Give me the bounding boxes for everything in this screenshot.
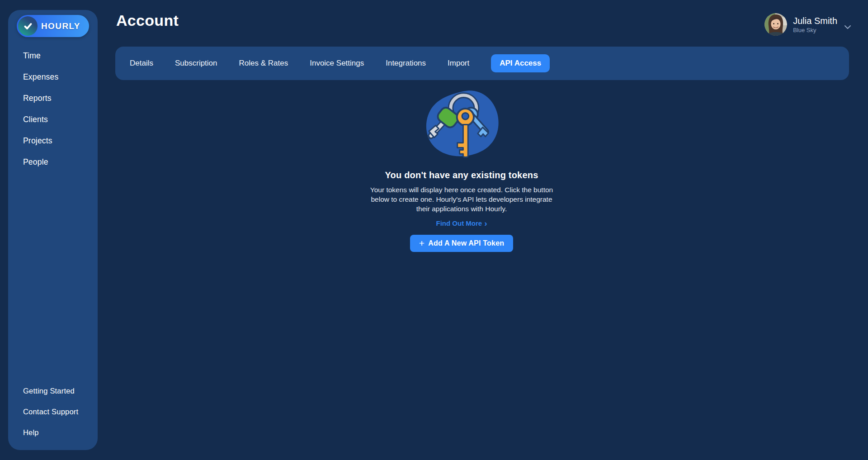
- sidebar-item-reports[interactable]: Reports: [8, 88, 98, 109]
- sidebar-item-clients[interactable]: Clients: [8, 109, 98, 130]
- user-company: Blue Sky: [793, 27, 837, 33]
- sidebar-nav: Time Expenses Reports Clients Projects P…: [8, 45, 98, 173]
- find-out-more-label: Find Out More: [436, 219, 482, 227]
- tab-invoice-settings[interactable]: Invoice Settings: [310, 59, 364, 68]
- app-logo[interactable]: HOURLY: [17, 15, 89, 37]
- api-tokens-empty-state: You don't have any existing tokens Your …: [340, 86, 584, 252]
- chevron-down-icon: [844, 23, 851, 31]
- clock-icon: [18, 16, 38, 36]
- find-out-more-link[interactable]: Find Out More ›: [436, 219, 487, 227]
- avatar[interactable]: [764, 13, 787, 36]
- user-info: Julia Smith Blue Sky: [793, 16, 837, 33]
- tab-subscription[interactable]: Subscription: [175, 59, 217, 68]
- sidebar: HOURLY Time Expenses Reports Clients Pro…: [8, 10, 98, 450]
- tab-integrations[interactable]: Integrations: [386, 59, 426, 68]
- sidebar-item-contact-support[interactable]: Contact Support: [8, 401, 98, 422]
- tab-api-access[interactable]: API Access: [491, 54, 550, 72]
- sidebar-item-time[interactable]: Time: [8, 45, 98, 66]
- add-api-token-label: Add A New API Token: [428, 239, 504, 247]
- plus-icon: +: [419, 238, 425, 248]
- empty-state-title: You don't have any existing tokens: [385, 170, 538, 180]
- tab-roles-rates[interactable]: Roles & Rates: [239, 59, 288, 68]
- empty-state-description: Your tokens will display here once creat…: [369, 185, 554, 213]
- tab-details[interactable]: Details: [130, 59, 153, 68]
- sidebar-item-getting-started[interactable]: Getting Started: [8, 380, 98, 401]
- app-root: { "app": { "name": "HOURLY" }, "sidebar"…: [0, 0, 868, 460]
- chevron-right-icon: ›: [484, 220, 487, 227]
- sidebar-footer-nav: Getting Started Contact Support Help: [8, 380, 98, 443]
- account-tabs: Details Subscription Roles & Rates Invoi…: [115, 47, 849, 80]
- sidebar-item-expenses[interactable]: Expenses: [8, 66, 98, 88]
- user-menu[interactable]: Julia Smith Blue Sky: [764, 13, 851, 36]
- add-api-token-button[interactable]: + Add A New API Token: [410, 235, 513, 252]
- sidebar-item-people[interactable]: People: [8, 152, 98, 173]
- user-name: Julia Smith: [793, 16, 837, 26]
- app-logo-text: HOURLY: [41, 21, 80, 31]
- tab-import[interactable]: Import: [448, 59, 469, 68]
- page-title: Account: [116, 12, 179, 29]
- keys-illustration: [420, 86, 503, 161]
- sidebar-item-help[interactable]: Help: [8, 422, 98, 443]
- sidebar-item-projects[interactable]: Projects: [8, 130, 98, 152]
